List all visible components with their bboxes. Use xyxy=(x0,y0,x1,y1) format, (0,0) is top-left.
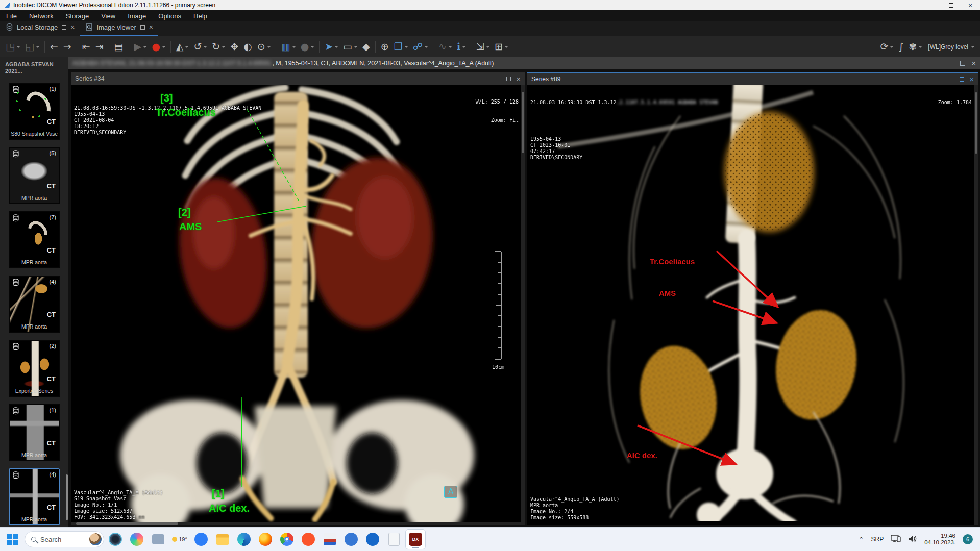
series-34-image[interactable]: 21.08.03-16:59:30-DST-1.3.12.2.1107.5.1.… xyxy=(71,85,525,525)
invert-icon[interactable]: ◐ xyxy=(241,38,255,56)
series-thumbnail-s80[interactable]: (1) CT S80 Snapshot Vasc xyxy=(9,83,60,140)
pan-icon[interactable]: ✥ xyxy=(228,38,241,56)
start-button[interactable] xyxy=(4,531,21,548)
taskbar-firefox-icon[interactable] xyxy=(255,529,276,549)
language-indicator[interactable]: SRP xyxy=(871,536,884,543)
dropdown-caret-icon[interactable] xyxy=(143,46,146,49)
close-study-icon[interactable]: × xyxy=(971,61,976,66)
notification-badge[interactable]: 6 xyxy=(963,534,973,544)
histogram-icon[interactable]: ∫ xyxy=(896,38,906,56)
series-89-header[interactable]: Series #89 × xyxy=(527,73,978,85)
record-icon[interactable]: ● xyxy=(149,38,168,56)
close-panel-icon[interactable]: × xyxy=(969,77,974,82)
dropdown-caret-icon[interactable] xyxy=(505,46,508,49)
dropdown-caret-icon[interactable] xyxy=(222,46,225,49)
menu-item[interactable]: Storage xyxy=(60,10,95,21)
search-avatar[interactable] xyxy=(89,533,102,545)
palette-icon[interactable]: ✾ xyxy=(906,38,924,56)
taskbar-messenger-icon[interactable] xyxy=(191,529,211,549)
series-89-image[interactable]: 21.08.03-16:59:30-DST-1.3.12.2.1107.5.1.… xyxy=(527,85,978,525)
eraser-icon[interactable]: ◆ xyxy=(360,38,373,56)
close-button[interactable]: × xyxy=(961,0,980,10)
dropdown-caret-icon[interactable] xyxy=(354,46,357,49)
magnify-icon[interactable]: ⊙ xyxy=(255,38,273,56)
menu-item[interactable]: Options xyxy=(152,10,187,21)
nav-forward-icon[interactable]: → xyxy=(61,38,74,56)
volume-rendering-icon[interactable]: ◳ xyxy=(3,38,22,56)
series-34-header[interactable]: Series #34 × xyxy=(71,72,525,85)
taskbar-qbittorrent-icon[interactable] xyxy=(341,529,361,549)
series-thumbnail-exported[interactable]: (2) CT Exported Series xyxy=(9,340,60,397)
taskbar-chrome-icon[interactable] xyxy=(277,529,297,549)
menu-item[interactable]: Image xyxy=(121,10,152,21)
print-icon[interactable]: ⊞ xyxy=(492,38,510,56)
dropdown-caret-icon[interactable] xyxy=(17,46,20,49)
taskbar-copilot-icon[interactable] xyxy=(127,529,147,549)
taskbar-brave-icon[interactable] xyxy=(298,529,318,549)
dropdown-caret-icon[interactable] xyxy=(204,46,207,49)
dropdown-caret-icon[interactable] xyxy=(162,46,165,49)
cascade-layout-icon[interactable] xyxy=(960,61,965,66)
menu-item[interactable]: Network xyxy=(23,10,60,21)
sidebar-scrollbar[interactable] xyxy=(66,474,68,520)
rotate-ccw-icon[interactable]: ↺ xyxy=(191,38,209,56)
taskbar-clock[interactable]: 19:46 04.10.2023. xyxy=(924,533,955,546)
detach-tab-icon[interactable] xyxy=(62,25,66,30)
taskbar-dicom-viewer-icon[interactable]: DX xyxy=(405,529,426,549)
dropdown-caret-icon[interactable] xyxy=(462,46,465,49)
series-34-horizontal-scrollbar[interactable] xyxy=(71,522,521,525)
menu-item[interactable]: File xyxy=(0,10,23,21)
target-icon[interactable]: ⊕ xyxy=(378,38,391,56)
dropdown-caret-icon[interactable] xyxy=(449,46,452,49)
dropdown-caret-icon[interactable] xyxy=(311,46,314,49)
link-icon[interactable]: ☍ xyxy=(410,38,430,56)
series-thumbnail-mpr2[interactable]: (7) CT MPR aorta xyxy=(9,211,60,268)
mpr-mode-icon[interactable]: ◱ xyxy=(22,38,42,56)
taskbar-monitor-icon[interactable] xyxy=(148,529,168,549)
last-image-icon[interactable]: ⇥ xyxy=(93,38,106,56)
restore-panel-icon[interactable] xyxy=(960,77,964,82)
hidden-icons-chevron[interactable]: ⌃ xyxy=(859,536,864,543)
export-icon[interactable]: ⇲ xyxy=(474,38,492,56)
network-icon[interactable] xyxy=(891,535,901,544)
series-thumbnail-mpr5[interactable]: (4) CT MPR aorta xyxy=(9,468,60,525)
taskbar-imageviewer-icon[interactable] xyxy=(320,529,340,549)
restore-panel-icon[interactable] xyxy=(506,77,511,81)
menu-item[interactable]: View xyxy=(95,10,121,21)
taskbar-app-blue-icon[interactable] xyxy=(362,529,383,549)
arrow-annotation-icon[interactable]: ➤ xyxy=(322,38,340,56)
dropdown-caret-icon[interactable] xyxy=(185,46,188,49)
first-image-icon[interactable]: ⇤ xyxy=(80,38,93,56)
series-89-panel[interactable]: Series #89 × xyxy=(527,72,978,525)
minimize-button[interactable]: – xyxy=(922,0,941,10)
dropdown-caret-icon[interactable] xyxy=(919,46,922,49)
tab-local-storage[interactable]: Local Storage × xyxy=(0,21,80,36)
series-34-vertical-scrollbar[interactable] xyxy=(521,85,525,525)
taskbar-explorer-icon[interactable] xyxy=(212,529,233,549)
series-thumbnail-mpr1[interactable]: (5) CT MPR aorta xyxy=(9,147,60,204)
series-34-panel[interactable]: Series #34 × xyxy=(71,72,525,525)
tab-image-viewer[interactable]: Image viewer × xyxy=(80,21,158,36)
rotate-cw-icon[interactable]: ↻ xyxy=(209,38,228,56)
ruler-icon[interactable]: ▭ xyxy=(340,38,360,56)
nav-back-icon[interactable]: ← xyxy=(47,38,61,56)
search-box[interactable]: Search xyxy=(24,531,104,547)
dropdown-caret-icon[interactable] xyxy=(486,46,489,49)
taskbar-notepad-icon[interactable] xyxy=(384,529,404,549)
series-thumbnail-mpr4[interactable]: (1) CT MPR aorta xyxy=(9,404,60,461)
info-icon[interactable]: ℹ xyxy=(454,38,468,56)
taskbar-weather-icon[interactable]: 19° xyxy=(169,529,190,549)
curves-icon[interactable]: ∿ xyxy=(436,38,454,56)
wl-preset-dropdown[interactable]: [WL]Grey level xyxy=(924,38,977,56)
dropdown-caret-icon[interactable] xyxy=(36,46,39,49)
taskbar-widgets-icon[interactable] xyxy=(105,529,126,549)
close-panel-icon[interactable]: × xyxy=(516,77,521,81)
dropdown-caret-icon[interactable] xyxy=(292,46,296,49)
series-stack-icon[interactable]: ▤ xyxy=(112,38,126,56)
close-tab-icon[interactable]: × xyxy=(149,24,153,30)
menu-item[interactable]: Help xyxy=(187,10,213,21)
copy-frame-icon[interactable]: ❐ xyxy=(391,38,410,56)
detach-tab-icon[interactable] xyxy=(140,25,145,30)
close-tab-icon[interactable]: × xyxy=(70,24,75,30)
roi-ellipse-icon[interactable]: ● xyxy=(298,38,317,56)
